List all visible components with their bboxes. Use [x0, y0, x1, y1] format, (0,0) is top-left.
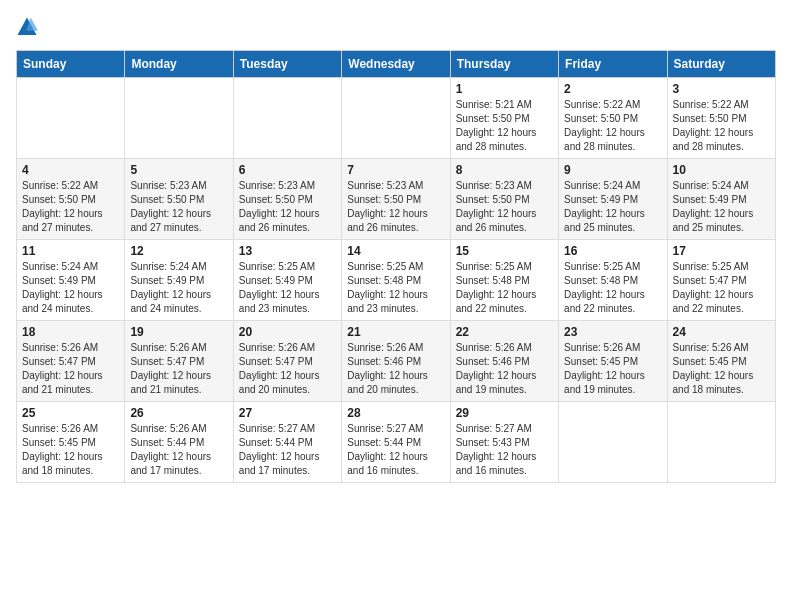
day-number: 3 [673, 82, 770, 96]
day-number: 17 [673, 244, 770, 258]
weekday-wednesday: Wednesday [342, 51, 450, 78]
day-info: Sunrise: 5:22 AM Sunset: 5:50 PM Dayligh… [673, 98, 770, 154]
day-number: 22 [456, 325, 553, 339]
day-number: 20 [239, 325, 336, 339]
day-cell: 23Sunrise: 5:26 AM Sunset: 5:45 PM Dayli… [559, 321, 667, 402]
day-number: 19 [130, 325, 227, 339]
day-info: Sunrise: 5:26 AM Sunset: 5:46 PM Dayligh… [347, 341, 444, 397]
day-number: 11 [22, 244, 119, 258]
day-number: 24 [673, 325, 770, 339]
week-row-4: 18Sunrise: 5:26 AM Sunset: 5:47 PM Dayli… [17, 321, 776, 402]
day-cell: 20Sunrise: 5:26 AM Sunset: 5:47 PM Dayli… [233, 321, 341, 402]
day-number: 12 [130, 244, 227, 258]
week-row-3: 11Sunrise: 5:24 AM Sunset: 5:49 PM Dayli… [17, 240, 776, 321]
day-cell [667, 402, 775, 483]
day-info: Sunrise: 5:26 AM Sunset: 5:45 PM Dayligh… [564, 341, 661, 397]
day-cell [125, 78, 233, 159]
day-info: Sunrise: 5:26 AM Sunset: 5:47 PM Dayligh… [130, 341, 227, 397]
day-info: Sunrise: 5:22 AM Sunset: 5:50 PM Dayligh… [22, 179, 119, 235]
day-cell: 26Sunrise: 5:26 AM Sunset: 5:44 PM Dayli… [125, 402, 233, 483]
day-number: 27 [239, 406, 336, 420]
day-number: 23 [564, 325, 661, 339]
logo [16, 16, 42, 38]
weekday-monday: Monday [125, 51, 233, 78]
day-info: Sunrise: 5:23 AM Sunset: 5:50 PM Dayligh… [456, 179, 553, 235]
day-info: Sunrise: 5:23 AM Sunset: 5:50 PM Dayligh… [239, 179, 336, 235]
day-number: 14 [347, 244, 444, 258]
day-cell: 2Sunrise: 5:22 AM Sunset: 5:50 PM Daylig… [559, 78, 667, 159]
day-number: 7 [347, 163, 444, 177]
day-cell: 5Sunrise: 5:23 AM Sunset: 5:50 PM Daylig… [125, 159, 233, 240]
day-cell [17, 78, 125, 159]
day-number: 25 [22, 406, 119, 420]
day-cell: 8Sunrise: 5:23 AM Sunset: 5:50 PM Daylig… [450, 159, 558, 240]
day-cell: 28Sunrise: 5:27 AM Sunset: 5:44 PM Dayli… [342, 402, 450, 483]
day-cell: 9Sunrise: 5:24 AM Sunset: 5:49 PM Daylig… [559, 159, 667, 240]
day-info: Sunrise: 5:21 AM Sunset: 5:50 PM Dayligh… [456, 98, 553, 154]
day-info: Sunrise: 5:23 AM Sunset: 5:50 PM Dayligh… [130, 179, 227, 235]
weekday-thursday: Thursday [450, 51, 558, 78]
day-number: 26 [130, 406, 227, 420]
day-info: Sunrise: 5:26 AM Sunset: 5:45 PM Dayligh… [673, 341, 770, 397]
day-cell [233, 78, 341, 159]
logo-icon [16, 16, 38, 38]
day-info: Sunrise: 5:26 AM Sunset: 5:44 PM Dayligh… [130, 422, 227, 478]
weekday-tuesday: Tuesday [233, 51, 341, 78]
day-number: 10 [673, 163, 770, 177]
day-cell: 14Sunrise: 5:25 AM Sunset: 5:48 PM Dayli… [342, 240, 450, 321]
day-info: Sunrise: 5:26 AM Sunset: 5:45 PM Dayligh… [22, 422, 119, 478]
day-number: 4 [22, 163, 119, 177]
day-number: 18 [22, 325, 119, 339]
day-cell: 7Sunrise: 5:23 AM Sunset: 5:50 PM Daylig… [342, 159, 450, 240]
day-number: 5 [130, 163, 227, 177]
day-info: Sunrise: 5:25 AM Sunset: 5:48 PM Dayligh… [456, 260, 553, 316]
day-cell: 3Sunrise: 5:22 AM Sunset: 5:50 PM Daylig… [667, 78, 775, 159]
day-cell: 24Sunrise: 5:26 AM Sunset: 5:45 PM Dayli… [667, 321, 775, 402]
day-cell: 15Sunrise: 5:25 AM Sunset: 5:48 PM Dayli… [450, 240, 558, 321]
day-info: Sunrise: 5:27 AM Sunset: 5:43 PM Dayligh… [456, 422, 553, 478]
header [16, 16, 776, 38]
day-info: Sunrise: 5:24 AM Sunset: 5:49 PM Dayligh… [130, 260, 227, 316]
day-number: 28 [347, 406, 444, 420]
day-cell: 17Sunrise: 5:25 AM Sunset: 5:47 PM Dayli… [667, 240, 775, 321]
day-number: 8 [456, 163, 553, 177]
day-cell: 4Sunrise: 5:22 AM Sunset: 5:50 PM Daylig… [17, 159, 125, 240]
day-info: Sunrise: 5:25 AM Sunset: 5:48 PM Dayligh… [564, 260, 661, 316]
day-cell: 19Sunrise: 5:26 AM Sunset: 5:47 PM Dayli… [125, 321, 233, 402]
day-cell [559, 402, 667, 483]
day-cell: 11Sunrise: 5:24 AM Sunset: 5:49 PM Dayli… [17, 240, 125, 321]
day-info: Sunrise: 5:26 AM Sunset: 5:47 PM Dayligh… [22, 341, 119, 397]
week-row-1: 1Sunrise: 5:21 AM Sunset: 5:50 PM Daylig… [17, 78, 776, 159]
calendar-table: SundayMondayTuesdayWednesdayThursdayFrid… [16, 50, 776, 483]
day-info: Sunrise: 5:25 AM Sunset: 5:49 PM Dayligh… [239, 260, 336, 316]
day-cell [342, 78, 450, 159]
day-cell: 22Sunrise: 5:26 AM Sunset: 5:46 PM Dayli… [450, 321, 558, 402]
day-info: Sunrise: 5:24 AM Sunset: 5:49 PM Dayligh… [564, 179, 661, 235]
day-cell: 10Sunrise: 5:24 AM Sunset: 5:49 PM Dayli… [667, 159, 775, 240]
day-info: Sunrise: 5:25 AM Sunset: 5:47 PM Dayligh… [673, 260, 770, 316]
weekday-saturday: Saturday [667, 51, 775, 78]
day-number: 16 [564, 244, 661, 258]
day-info: Sunrise: 5:25 AM Sunset: 5:48 PM Dayligh… [347, 260, 444, 316]
day-number: 15 [456, 244, 553, 258]
day-cell: 25Sunrise: 5:26 AM Sunset: 5:45 PM Dayli… [17, 402, 125, 483]
day-cell: 27Sunrise: 5:27 AM Sunset: 5:44 PM Dayli… [233, 402, 341, 483]
day-info: Sunrise: 5:26 AM Sunset: 5:47 PM Dayligh… [239, 341, 336, 397]
day-cell: 21Sunrise: 5:26 AM Sunset: 5:46 PM Dayli… [342, 321, 450, 402]
day-number: 21 [347, 325, 444, 339]
day-info: Sunrise: 5:24 AM Sunset: 5:49 PM Dayligh… [673, 179, 770, 235]
day-number: 9 [564, 163, 661, 177]
week-row-2: 4Sunrise: 5:22 AM Sunset: 5:50 PM Daylig… [17, 159, 776, 240]
day-info: Sunrise: 5:27 AM Sunset: 5:44 PM Dayligh… [239, 422, 336, 478]
day-number: 6 [239, 163, 336, 177]
day-info: Sunrise: 5:24 AM Sunset: 5:49 PM Dayligh… [22, 260, 119, 316]
day-number: 13 [239, 244, 336, 258]
week-row-5: 25Sunrise: 5:26 AM Sunset: 5:45 PM Dayli… [17, 402, 776, 483]
day-info: Sunrise: 5:27 AM Sunset: 5:44 PM Dayligh… [347, 422, 444, 478]
day-cell: 13Sunrise: 5:25 AM Sunset: 5:49 PM Dayli… [233, 240, 341, 321]
day-cell: 29Sunrise: 5:27 AM Sunset: 5:43 PM Dayli… [450, 402, 558, 483]
day-cell: 1Sunrise: 5:21 AM Sunset: 5:50 PM Daylig… [450, 78, 558, 159]
day-info: Sunrise: 5:23 AM Sunset: 5:50 PM Dayligh… [347, 179, 444, 235]
day-cell: 6Sunrise: 5:23 AM Sunset: 5:50 PM Daylig… [233, 159, 341, 240]
day-cell: 18Sunrise: 5:26 AM Sunset: 5:47 PM Dayli… [17, 321, 125, 402]
